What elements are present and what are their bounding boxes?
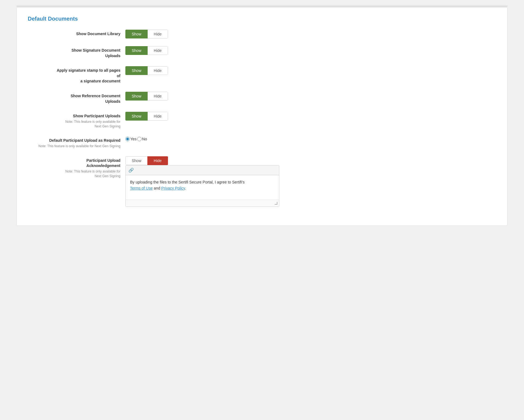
terms-of-use-link[interactable]: Terms of Use [130, 186, 153, 190]
link-icon: 🔗 [128, 168, 134, 173]
control-col-show-participant-uploads: Show Hide [125, 112, 496, 121]
label-show-reference-document-uploads: Show Reference DocumentUploads [28, 93, 120, 104]
btn-group-apply-signature-stamp: Show Hide [125, 66, 168, 75]
apply-signature-stamp-show-btn[interactable]: Show [125, 66, 148, 75]
show-participant-uploads-hide-btn[interactable]: Hide [148, 112, 168, 121]
label-show-signature-document-uploads: Show Signature DocumentUploads [28, 48, 120, 59]
btn-group-show-signature-document-uploads: Show Hide [125, 46, 168, 55]
resize-handle-icon [275, 202, 277, 205]
row-participant-upload-acknowledgement: Participant UploadAcknowledgement Note: … [28, 156, 496, 207]
privacy-policy-link[interactable]: Privacy Policy [161, 186, 185, 190]
acknowledgement-box: 🔗 By uploading the files to the Sertifi … [125, 165, 279, 207]
page-wrapper: Default Documents Show Document Library … [0, 0, 524, 420]
control-col-participant-upload-acknowledgement: Show Hide 🔗 By uploading the files to th… [125, 156, 496, 207]
row-show-participant-uploads: Show Participant Uploads Note: This feat… [28, 112, 496, 129]
row-default-participant-upload-required: Default Participant Upload as Required N… [28, 136, 496, 148]
radio-group-default-participant-upload: Yes No [125, 137, 148, 141]
radio-no-input[interactable] [137, 137, 142, 141]
btn-group-show-document-library: Show Hide [125, 30, 168, 38]
label-col-show-signature-document-uploads: Show Signature DocumentUploads [28, 46, 125, 59]
label-col-show-participant-uploads: Show Participant Uploads Note: This feat… [28, 112, 125, 129]
btn-group-show-participant-uploads: Show Hide [125, 112, 168, 121]
radio-no-label[interactable]: No [137, 137, 147, 141]
acknowledgement-footer [126, 200, 279, 207]
control-col-show-signature-document-uploads: Show Hide [125, 46, 496, 55]
show-signature-uploads-show-btn[interactable]: Show [125, 46, 148, 55]
note-show-participant-uploads: Note: This feature is only available for… [28, 119, 120, 129]
label-col-apply-signature-stamp: Apply signature stamp to all pagesofa si… [28, 66, 125, 84]
show-participant-uploads-show-btn[interactable]: Show [125, 112, 148, 121]
show-document-library-hide-btn[interactable]: Hide [148, 30, 168, 38]
label-col-default-participant-upload-required: Default Participant Upload as Required N… [28, 136, 125, 148]
radio-yes-input[interactable] [125, 137, 130, 141]
radio-no-text: No [142, 137, 147, 141]
participant-upload-acknowledgement-hide-btn[interactable]: Hide [147, 156, 168, 165]
label-show-participant-uploads: Show Participant Uploads [28, 113, 120, 119]
acknowledgement-toolbar: 🔗 [126, 165, 279, 175]
label-show-document-library: Show Document Library [28, 31, 120, 37]
label-apply-signature-stamp: Apply signature stamp to all pagesofa si… [28, 68, 120, 84]
label-col-show-document-library: Show Document Library [28, 30, 125, 37]
row-show-document-library: Show Document Library Show Hide [28, 30, 496, 38]
row-apply-signature-stamp: Apply signature stamp to all pagesofa si… [28, 66, 496, 84]
show-signature-uploads-hide-btn[interactable]: Hide [148, 46, 168, 55]
control-col-default-participant-upload-required: Yes No [125, 136, 496, 141]
acknowledgement-text-start: By uploading the files to the Sertifi Se… [130, 180, 245, 184]
acknowledgement-content[interactable]: By uploading the files to the Sertifi Se… [126, 175, 279, 200]
btn-group-participant-upload-acknowledgement: Show Hide [125, 156, 168, 165]
note-default-participant-upload-required: Note: This feature is only available for… [28, 144, 120, 149]
radio-yes-label[interactable]: Yes [125, 137, 137, 141]
btn-group-show-reference-document-uploads: Show Hide [125, 92, 168, 101]
radio-yes-text: Yes [130, 137, 137, 141]
show-reference-uploads-hide-btn[interactable]: Hide [148, 92, 168, 101]
label-default-participant-upload-required: Default Participant Upload as Required [28, 138, 120, 143]
acknowledgement-and-text: and [153, 186, 161, 190]
default-documents-card: Default Documents Show Document Library … [16, 7, 508, 226]
label-col-show-reference-document-uploads: Show Reference DocumentUploads [28, 92, 125, 104]
control-col-show-reference-document-uploads: Show Hide [125, 92, 496, 101]
show-document-library-show-btn[interactable]: Show [125, 30, 148, 38]
label-participant-upload-acknowledgement: Participant UploadAcknowledgement [28, 158, 120, 169]
control-col-apply-signature-stamp: Show Hide [125, 66, 496, 75]
row-show-signature-document-uploads: Show Signature DocumentUploads Show Hide [28, 46, 496, 59]
control-col-show-document-library: Show Hide [125, 30, 496, 38]
row-show-reference-document-uploads: Show Reference DocumentUploads Show Hide [28, 92, 496, 104]
apply-signature-stamp-hide-btn[interactable]: Hide [148, 66, 168, 75]
acknowledgement-end-text: . [185, 186, 186, 190]
participant-upload-acknowledgement-show-btn[interactable]: Show [125, 156, 147, 165]
note-participant-upload-acknowledgement: Note: This feature is only available for… [28, 169, 120, 179]
label-col-participant-upload-acknowledgement: Participant UploadAcknowledgement Note: … [28, 156, 125, 179]
show-reference-uploads-show-btn[interactable]: Show [125, 92, 148, 101]
page-title: Default Documents [28, 16, 496, 22]
